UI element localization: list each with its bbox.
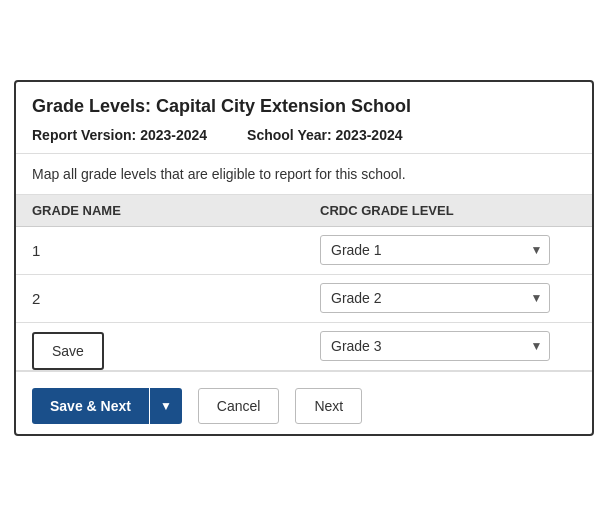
grade-select-cell-1: Grade 1 Grade 2 Grade 3 Grade 4 Grade 5 … xyxy=(304,227,592,273)
grade-select-2[interactable]: Grade 1 Grade 2 Grade 3 Grade 4 Grade 5 xyxy=(320,283,550,313)
grade-name-2: 2 xyxy=(16,282,304,315)
select-wrapper-3: Grade 1 Grade 2 Grade 3 Grade 4 Grade 5 … xyxy=(320,331,550,361)
footer-area: Save Save & Next ▼ Cancel Next xyxy=(16,371,592,434)
save-next-group: Save & Next ▼ xyxy=(32,388,182,424)
col-crdc-grade: CRDC GRADE LEVEL xyxy=(304,195,592,226)
save-and-next-button[interactable]: Save & Next xyxy=(32,388,150,424)
modal-header: Grade Levels: Capital City Extension Sch… xyxy=(16,82,592,154)
select-wrapper-2: Grade 1 Grade 2 Grade 3 Grade 4 Grade 5 … xyxy=(320,283,550,313)
meta-row: Report Version: 2023-2024 School Year: 2… xyxy=(32,127,576,143)
grade-select-1[interactable]: Grade 1 Grade 2 Grade 3 Grade 4 Grade 5 xyxy=(320,235,550,265)
modal-title: Grade Levels: Capital City Extension Sch… xyxy=(32,96,576,117)
modal: Grade Levels: Capital City Extension Sch… xyxy=(14,80,594,436)
table-row: 2 Grade 1 Grade 2 Grade 3 Grade 4 Grade … xyxy=(16,275,592,323)
grade-name-1: 1 xyxy=(16,234,304,267)
grade-select-3[interactable]: Grade 1 Grade 2 Grade 3 Grade 4 Grade 5 xyxy=(320,331,550,361)
action-row: Save & Next ▼ Cancel Next xyxy=(16,380,592,434)
save-next-dropdown-button[interactable]: ▼ xyxy=(150,388,182,424)
table-row: 1 Grade 1 Grade 2 Grade 3 Grade 4 Grade … xyxy=(16,227,592,275)
select-wrapper-1: Grade 1 Grade 2 Grade 3 Grade 4 Grade 5 … xyxy=(320,235,550,265)
table-header: GRADE NAME CRDC GRADE LEVEL xyxy=(16,195,592,227)
save-button[interactable]: Save xyxy=(32,332,104,370)
save-row: Save xyxy=(16,372,592,380)
col-grade-name: GRADE NAME xyxy=(16,195,304,226)
description: Map all grade levels that are eligible t… xyxy=(16,154,592,195)
cancel-button[interactable]: Cancel xyxy=(198,388,280,424)
report-version: Report Version: 2023-2024 xyxy=(32,127,207,143)
next-button[interactable]: Next xyxy=(295,388,362,424)
grade-select-cell-3: Grade 1 Grade 2 Grade 3 Grade 4 Grade 5 … xyxy=(304,323,592,369)
school-year: School Year: 2023-2024 xyxy=(247,127,402,143)
grade-select-cell-2: Grade 1 Grade 2 Grade 3 Grade 4 Grade 5 … xyxy=(304,275,592,321)
